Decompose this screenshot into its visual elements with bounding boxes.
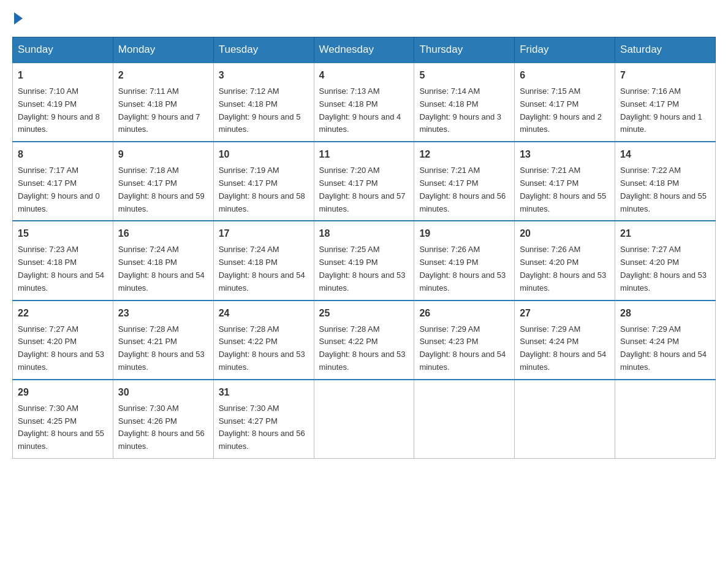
calendar-cell: 25 Sunrise: 7:28 AMSunset: 4:22 PMDaylig… [314, 301, 414, 380]
week-row-3: 15 Sunrise: 7:23 AMSunset: 4:18 PMDaylig… [13, 221, 716, 300]
week-row-1: 1 Sunrise: 7:10 AMSunset: 4:19 PMDayligh… [13, 63, 716, 142]
calendar-cell [615, 380, 716, 459]
calendar-cell: 3 Sunrise: 7:12 AMSunset: 4:18 PMDayligh… [213, 63, 314, 142]
day-number: 6 [520, 68, 610, 83]
day-info: Sunrise: 7:23 AMSunset: 4:18 PMDaylight:… [18, 243, 108, 294]
calendar-header-row: SundayMondayTuesdayWednesdayThursdayFrid… [13, 37, 716, 63]
day-number: 24 [219, 306, 309, 321]
calendar-cell: 4 Sunrise: 7:13 AMSunset: 4:18 PMDayligh… [314, 63, 414, 142]
day-info: Sunrise: 7:27 AMSunset: 4:20 PMDaylight:… [18, 323, 108, 374]
day-info: Sunrise: 7:29 AMSunset: 4:24 PMDaylight:… [520, 323, 610, 374]
day-info: Sunrise: 7:17 AMSunset: 4:17 PMDaylight:… [18, 164, 108, 215]
day-info: Sunrise: 7:15 AMSunset: 4:17 PMDaylight:… [520, 85, 610, 136]
calendar-cell: 6 Sunrise: 7:15 AMSunset: 4:17 PMDayligh… [515, 63, 615, 142]
weekday-header-saturday: Saturday [615, 37, 716, 63]
day-number: 18 [319, 226, 409, 241]
calendar-cell: 12 Sunrise: 7:21 AMSunset: 4:17 PMDaylig… [414, 142, 515, 221]
calendar-cell: 13 Sunrise: 7:21 AMSunset: 4:17 PMDaylig… [515, 142, 615, 221]
calendar-cell: 17 Sunrise: 7:24 AMSunset: 4:18 PMDaylig… [213, 221, 314, 300]
week-row-4: 22 Sunrise: 7:27 AMSunset: 4:20 PMDaylig… [13, 301, 716, 380]
day-info: Sunrise: 7:26 AMSunset: 4:19 PMDaylight:… [419, 243, 509, 294]
day-info: Sunrise: 7:29 AMSunset: 4:23 PMDaylight:… [419, 323, 509, 374]
calendar-cell: 31 Sunrise: 7:30 AMSunset: 4:27 PMDaylig… [213, 380, 314, 459]
day-number: 31 [219, 385, 309, 400]
day-info: Sunrise: 7:30 AMSunset: 4:25 PMDaylight:… [18, 402, 108, 453]
calendar-cell: 24 Sunrise: 7:28 AMSunset: 4:22 PMDaylig… [213, 301, 314, 380]
day-number: 23 [118, 306, 208, 321]
weekday-header-friday: Friday [515, 37, 615, 63]
day-number: 22 [18, 306, 108, 321]
calendar-cell: 11 Sunrise: 7:20 AMSunset: 4:17 PMDaylig… [314, 142, 414, 221]
page-header [12, 12, 716, 25]
weekday-header-monday: Monday [113, 37, 213, 63]
calendar-cell: 15 Sunrise: 7:23 AMSunset: 4:18 PMDaylig… [13, 221, 113, 300]
day-number: 14 [620, 147, 710, 162]
day-info: Sunrise: 7:21 AMSunset: 4:17 PMDaylight:… [419, 164, 509, 215]
calendar-cell [515, 380, 615, 459]
weekday-header-sunday: Sunday [13, 37, 113, 63]
day-number: 28 [620, 306, 710, 321]
calendar-cell: 23 Sunrise: 7:28 AMSunset: 4:21 PMDaylig… [113, 301, 213, 380]
calendar-cell: 19 Sunrise: 7:26 AMSunset: 4:19 PMDaylig… [414, 221, 515, 300]
calendar-cell: 8 Sunrise: 7:17 AMSunset: 4:17 PMDayligh… [13, 142, 113, 221]
day-info: Sunrise: 7:11 AMSunset: 4:18 PMDaylight:… [118, 85, 208, 136]
day-number: 27 [520, 306, 610, 321]
day-number: 20 [520, 226, 610, 241]
day-number: 10 [219, 147, 309, 162]
weekday-header-thursday: Thursday [414, 37, 515, 63]
calendar-cell [414, 380, 515, 459]
day-info: Sunrise: 7:28 AMSunset: 4:22 PMDaylight:… [219, 323, 309, 374]
day-number: 17 [219, 226, 309, 241]
day-number: 12 [419, 147, 509, 162]
calendar-cell: 20 Sunrise: 7:26 AMSunset: 4:20 PMDaylig… [515, 221, 615, 300]
day-info: Sunrise: 7:24 AMSunset: 4:18 PMDaylight:… [118, 243, 208, 294]
logo-arrow-icon [14, 12, 23, 25]
calendar-cell: 14 Sunrise: 7:22 AMSunset: 4:18 PMDaylig… [615, 142, 716, 221]
weekday-header-tuesday: Tuesday [213, 37, 314, 63]
day-number: 25 [319, 306, 409, 321]
day-number: 13 [520, 147, 610, 162]
day-number: 5 [419, 68, 509, 83]
day-info: Sunrise: 7:12 AMSunset: 4:18 PMDaylight:… [219, 85, 309, 136]
calendar-cell: 2 Sunrise: 7:11 AMSunset: 4:18 PMDayligh… [113, 63, 213, 142]
calendar-table: SundayMondayTuesdayWednesdayThursdayFrid… [12, 37, 716, 459]
day-number: 21 [620, 226, 710, 241]
day-info: Sunrise: 7:21 AMSunset: 4:17 PMDaylight:… [520, 164, 610, 215]
calendar-cell: 9 Sunrise: 7:18 AMSunset: 4:17 PMDayligh… [113, 142, 213, 221]
calendar-cell: 29 Sunrise: 7:30 AMSunset: 4:25 PMDaylig… [13, 380, 113, 459]
calendar-cell: 28 Sunrise: 7:29 AMSunset: 4:24 PMDaylig… [615, 301, 716, 380]
calendar-cell: 1 Sunrise: 7:10 AMSunset: 4:19 PMDayligh… [13, 63, 113, 142]
day-info: Sunrise: 7:16 AMSunset: 4:17 PMDaylight:… [620, 85, 710, 136]
calendar-cell: 22 Sunrise: 7:27 AMSunset: 4:20 PMDaylig… [13, 301, 113, 380]
day-info: Sunrise: 7:10 AMSunset: 4:19 PMDaylight:… [18, 85, 108, 136]
day-info: Sunrise: 7:28 AMSunset: 4:22 PMDaylight:… [319, 323, 409, 374]
day-number: 19 [419, 226, 509, 241]
calendar-cell: 27 Sunrise: 7:29 AMSunset: 4:24 PMDaylig… [515, 301, 615, 380]
logo [12, 12, 25, 25]
weekday-header-wednesday: Wednesday [314, 37, 414, 63]
day-info: Sunrise: 7:24 AMSunset: 4:18 PMDaylight:… [219, 243, 309, 294]
day-number: 16 [118, 226, 208, 241]
day-info: Sunrise: 7:28 AMSunset: 4:21 PMDaylight:… [118, 323, 208, 374]
calendar-cell: 26 Sunrise: 7:29 AMSunset: 4:23 PMDaylig… [414, 301, 515, 380]
calendar-cell: 10 Sunrise: 7:19 AMSunset: 4:17 PMDaylig… [213, 142, 314, 221]
calendar-cell: 7 Sunrise: 7:16 AMSunset: 4:17 PMDayligh… [615, 63, 716, 142]
calendar-cell: 21 Sunrise: 7:27 AMSunset: 4:20 PMDaylig… [615, 221, 716, 300]
day-info: Sunrise: 7:27 AMSunset: 4:20 PMDaylight:… [620, 243, 710, 294]
calendar-cell: 30 Sunrise: 7:30 AMSunset: 4:26 PMDaylig… [113, 380, 213, 459]
week-row-2: 8 Sunrise: 7:17 AMSunset: 4:17 PMDayligh… [13, 142, 716, 221]
day-number: 9 [118, 147, 208, 162]
day-info: Sunrise: 7:30 AMSunset: 4:26 PMDaylight:… [118, 402, 208, 453]
calendar-cell: 18 Sunrise: 7:25 AMSunset: 4:19 PMDaylig… [314, 221, 414, 300]
day-info: Sunrise: 7:13 AMSunset: 4:18 PMDaylight:… [319, 85, 409, 136]
day-info: Sunrise: 7:29 AMSunset: 4:24 PMDaylight:… [620, 323, 710, 374]
day-number: 2 [118, 68, 208, 83]
day-info: Sunrise: 7:30 AMSunset: 4:27 PMDaylight:… [219, 402, 309, 453]
day-number: 1 [18, 68, 108, 83]
day-info: Sunrise: 7:18 AMSunset: 4:17 PMDaylight:… [118, 164, 208, 215]
day-info: Sunrise: 7:14 AMSunset: 4:18 PMDaylight:… [419, 85, 509, 136]
day-info: Sunrise: 7:22 AMSunset: 4:18 PMDaylight:… [620, 164, 710, 215]
day-number: 4 [319, 68, 409, 83]
day-number: 7 [620, 68, 710, 83]
day-number: 8 [18, 147, 108, 162]
